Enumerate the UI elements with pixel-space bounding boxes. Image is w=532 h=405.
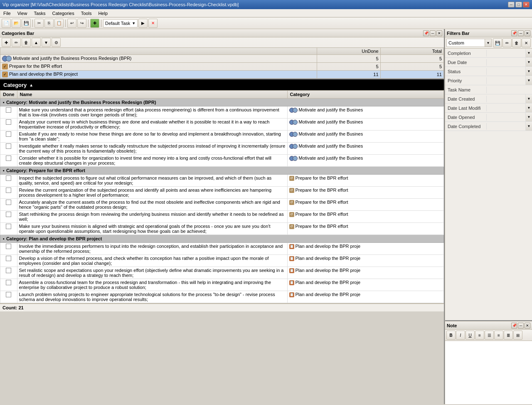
task-checkbox[interactable]: [6, 280, 11, 285]
menu-categories[interactable]: Categories: [51, 10, 76, 16]
task-checkbox[interactable]: [6, 107, 11, 113]
task-checkbox[interactable]: [6, 244, 11, 249]
menu-tools[interactable]: Tools: [79, 10, 94, 16]
cat-name-cell[interactable]: ✓Plan and develop the BPR project: [0, 71, 317, 79]
filter-value[interactable]: [487, 107, 525, 109]
task-done-cell[interactable]: [0, 175, 17, 187]
task-checkbox[interactable]: [6, 200, 11, 205]
default-task-dropdown[interactable]: Default Task ▼: [103, 19, 138, 27]
cat-up-btn[interactable]: ▲: [32, 38, 41, 47]
filter-clear-btn[interactable]: ✕: [522, 38, 531, 47]
toolbar-delete[interactable]: ✕: [148, 19, 158, 28]
filter-dropdown-btn[interactable]: ▼: [525, 49, 532, 57]
cat-name-cell[interactable]: ✓Prepare for the BPR effort: [0, 63, 317, 71]
task-done-cell[interactable]: [0, 119, 17, 131]
task-done-cell[interactable]: [0, 243, 17, 255]
task-done-cell[interactable]: [0, 187, 17, 199]
task-done-cell[interactable]: [0, 223, 17, 235]
note-bold-btn[interactable]: B: [446, 331, 456, 340]
task-checkbox[interactable]: [6, 224, 11, 229]
filter-value[interactable]: [487, 52, 525, 54]
task-done-cell[interactable]: [0, 255, 17, 267]
cat-delete-btn[interactable]: 🗑: [22, 38, 31, 47]
toolbar-paste[interactable]: 📋: [54, 19, 64, 28]
filter-value[interactable]: [487, 89, 532, 91]
task-done-cell[interactable]: [0, 267, 17, 279]
task-checkbox[interactable]: [6, 212, 11, 217]
filter-dropdown-btn[interactable]: ▼: [525, 113, 532, 121]
toolbar-save[interactable]: 💾: [22, 19, 31, 28]
filter-value[interactable]: [487, 71, 525, 72]
col-name[interactable]: Name: [17, 91, 287, 99]
filter-preset-dropdown[interactable]: Custom ▼: [446, 39, 492, 47]
cat-edit-btn[interactable]: ✏: [12, 38, 21, 47]
task-checkbox[interactable]: [6, 256, 11, 261]
task-done-cell[interactable]: [0, 211, 17, 223]
filters-close-btn[interactable]: ✕: [525, 30, 530, 36]
cat-name-cell[interactable]: Motivate and justify the Business Proces…: [0, 55, 317, 63]
task-checkbox[interactable]: [6, 131, 11, 137]
filter-dropdown-btn[interactable]: ▼: [525, 122, 532, 131]
task-checkbox[interactable]: [6, 268, 11, 273]
filter-dropdown-btn[interactable]: ▼: [525, 94, 532, 103]
cat-col-undone[interactable]: UnDone: [317, 48, 380, 55]
task-header-sort-arrow[interactable]: ▲: [29, 83, 33, 87]
filter-value[interactable]: [487, 98, 525, 100]
filter-save-btn[interactable]: 💾: [493, 38, 502, 47]
filter-dropdown-btn[interactable]: ▼: [525, 76, 532, 85]
note-content[interactable]: [445, 341, 532, 404]
note-list-btn[interactable]: ≣: [504, 331, 513, 340]
filter-value[interactable]: [487, 80, 525, 81]
task-checkbox[interactable]: [6, 143, 11, 149]
note-underline-btn[interactable]: U: [466, 331, 475, 340]
task-checkbox[interactable]: [6, 156, 11, 161]
task-table-wrapper[interactable]: Done Name Category ▪Category: Motivate a…: [0, 90, 444, 404]
menu-file[interactable]: File: [2, 10, 12, 16]
toolbar-copy[interactable]: ⎘: [44, 19, 54, 28]
task-checkbox[interactable]: [6, 175, 11, 181]
col-done[interactable]: Done: [0, 91, 17, 99]
menu-view[interactable]: View: [16, 10, 29, 16]
task-done-cell[interactable]: [0, 279, 17, 291]
col-category[interactable]: Category: [287, 91, 444, 99]
filter-dropdown-btn[interactable]: ▼: [525, 58, 532, 67]
task-done-cell[interactable]: [0, 106, 17, 119]
toolbar-redo[interactable]: ↪: [77, 19, 86, 28]
task-done-cell[interactable]: [0, 291, 17, 303]
toolbar-new[interactable]: 📄: [2, 19, 11, 28]
toolbar-undo[interactable]: ↩: [67, 19, 76, 28]
filter-edit-btn[interactable]: ✏: [502, 38, 512, 47]
filter-value[interactable]: [487, 126, 525, 127]
note-expand-btn[interactable]: ⊞: [513, 331, 522, 340]
filter-delete-btn[interactable]: 🗑: [512, 38, 521, 47]
filter-value[interactable]: [487, 116, 525, 118]
note-italic-btn[interactable]: I: [456, 331, 465, 340]
toolbar-extra1[interactable]: ▶: [138, 19, 148, 28]
cat-settings-btn[interactable]: ⚙: [52, 38, 61, 47]
note-align-right-btn[interactable]: ≡: [494, 331, 503, 340]
cat-col-name[interactable]: [0, 48, 317, 55]
close-button[interactable]: ✕: [523, 2, 530, 7]
task-checkbox[interactable]: [6, 119, 11, 125]
note-align-left-btn[interactable]: ≡: [475, 331, 484, 340]
filter-preset-dropdown-btn[interactable]: ▼: [485, 39, 491, 47]
task-checkbox[interactable]: [6, 188, 11, 193]
menu-tasks[interactable]: Tasks: [32, 10, 47, 16]
filters-pin-btn[interactable]: 📌: [511, 30, 517, 36]
toolbar-open[interactable]: 📂: [12, 19, 21, 28]
task-done-cell[interactable]: [0, 155, 17, 167]
note-minimize-btn[interactable]: ─: [518, 323, 524, 328]
task-checkbox[interactable]: [6, 292, 11, 297]
cat-add-btn[interactable]: ✚: [2, 38, 11, 47]
note-close-btn[interactable]: ✕: [525, 323, 530, 328]
restore-button[interactable]: □: [515, 2, 522, 7]
pin-button[interactable]: 📌: [423, 30, 429, 36]
filter-dropdown-btn[interactable]: ▼: [525, 104, 532, 112]
minimize-button[interactable]: ─: [508, 2, 515, 7]
task-done-cell[interactable]: [0, 131, 17, 143]
filters-minimize-btn[interactable]: ─: [518, 30, 524, 36]
cat-down-btn[interactable]: ▼: [42, 38, 51, 47]
filter-value[interactable]: [487, 62, 525, 63]
bar-close-button[interactable]: ✕: [436, 30, 442, 36]
toolbar-cut[interactable]: ✂: [34, 19, 44, 28]
